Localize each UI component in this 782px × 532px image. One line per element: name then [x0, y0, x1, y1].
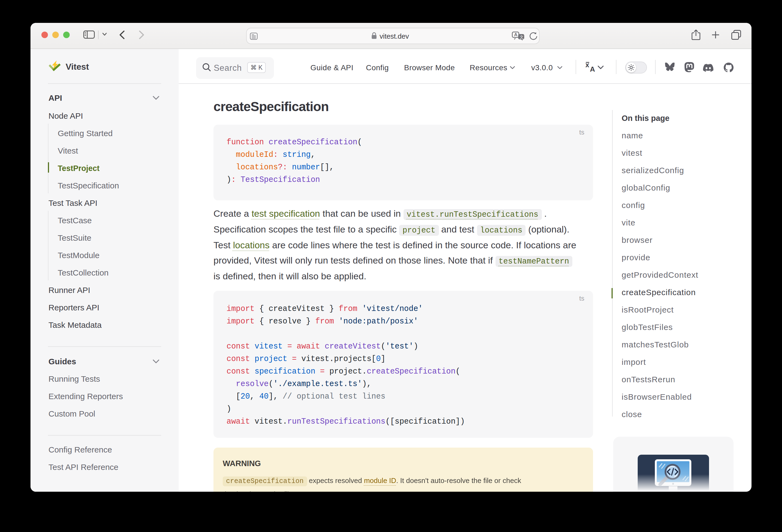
svg-text:A: A: [514, 32, 517, 37]
svg-text:文: 文: [520, 35, 524, 39]
svg-text:A: A: [590, 65, 595, 72]
